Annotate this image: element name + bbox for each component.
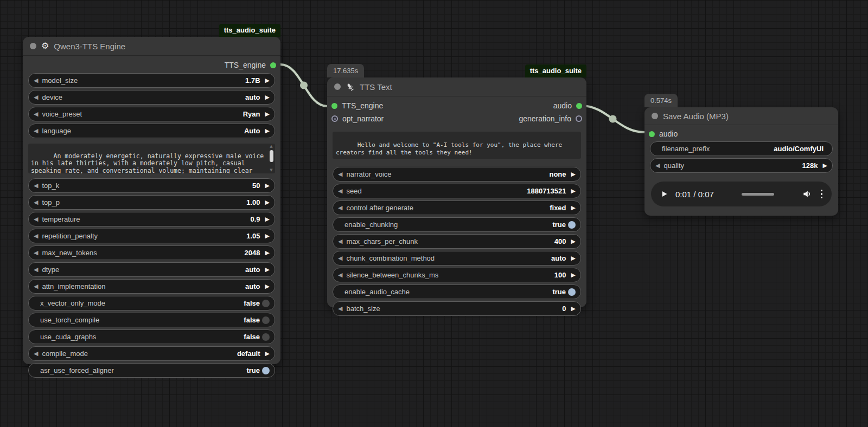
decrement-arrow-icon[interactable]: ◀ [34, 199, 38, 205]
decrement-arrow-icon[interactable]: ◀ [34, 250, 38, 256]
textarea-scrollbar[interactable]: ▲ ▼ [268, 144, 275, 173]
widget-compile-mode[interactable]: ◀compile_modedefault▶ [28, 346, 275, 361]
collapse-dot[interactable] [30, 43, 36, 49]
widget-max-chars-per-chunk[interactable]: ◀max_chars_per_chunk400▶ [333, 234, 581, 249]
toggle-knob-icon[interactable] [262, 367, 270, 374]
increment-arrow-icon[interactable]: ▶ [571, 272, 576, 278]
more-options-icon[interactable] [821, 190, 823, 199]
node-header[interactable]: TTS Text [327, 77, 586, 96]
decrement-arrow-icon[interactable]: ◀ [338, 255, 342, 261]
widget-top-k[interactable]: ◀top_k50▶ [28, 178, 275, 193]
widget-chunk-combination-method[interactable]: ◀chunk_combination_methodauto▶ [333, 251, 581, 266]
decrement-arrow-icon[interactable]: ◀ [338, 171, 342, 177]
audio-player[interactable]: 0:01 / 0:07 [651, 182, 832, 206]
widget-repetition-penalty[interactable]: ◀repetition_penalty1.05▶ [28, 229, 275, 243]
node-header[interactable]: Save Audio (MP3) [644, 107, 838, 125]
widget-use-cuda-graphs[interactable]: use_cuda_graphsfalse [28, 329, 275, 344]
node-qwen3-tts-engine[interactable]: tts_audio_suite ⚙ Qwen3-TTS Engine TTS_e… [23, 37, 280, 364]
widget-attn-implementation[interactable]: ◀attn_implementationauto▶ [28, 279, 275, 294]
widget-control-after-generate[interactable]: ◀control after generatefixed▶ [333, 200, 581, 215]
link-midpoint-dot[interactable] [609, 115, 617, 123]
increment-arrow-icon[interactable]: ▶ [571, 188, 576, 194]
widget-seed[interactable]: ◀seed1880713521▶ [333, 184, 581, 198]
decrement-arrow-icon[interactable]: ◀ [34, 351, 38, 357]
decrement-arrow-icon[interactable]: ◀ [34, 216, 38, 222]
scroll-down-icon[interactable]: ▼ [270, 168, 272, 173]
increment-arrow-icon[interactable]: ▶ [265, 216, 270, 222]
increment-arrow-icon[interactable]: ▶ [571, 171, 576, 177]
widget-enable-chunking[interactable]: enable_chunkingtrue [333, 217, 581, 232]
decrement-arrow-icon[interactable]: ◀ [34, 183, 38, 189]
increment-arrow-icon[interactable]: ▶ [265, 77, 270, 83]
decrement-arrow-icon[interactable]: ◀ [338, 205, 342, 211]
decrement-arrow-icon[interactable]: ◀ [655, 163, 660, 169]
widget-filename-prefix[interactable]: filename_prefixaudio/ComfyUI [650, 141, 833, 156]
increment-arrow-icon[interactable]: ▶ [571, 238, 576, 244]
widget-dtype[interactable]: ◀dtypeauto▶ [28, 262, 275, 277]
decrement-arrow-icon[interactable]: ◀ [338, 188, 342, 194]
widget-enable-audio-cache[interactable]: enable_audio_cachetrue [333, 284, 581, 299]
output-port-tts-engine[interactable] [270, 62, 276, 68]
increment-arrow-icon[interactable]: ▶ [265, 94, 270, 100]
input-port-opt-narrator[interactable] [331, 115, 338, 122]
decrement-arrow-icon[interactable]: ◀ [34, 283, 38, 289]
decrement-arrow-icon[interactable]: ◀ [34, 94, 38, 100]
node-tts-text[interactable]: 17.635s tts_audio_suite TTS Text TTS_eng… [327, 77, 586, 307]
increment-arrow-icon[interactable]: ▶ [571, 306, 576, 312]
input-port-audio[interactable] [649, 131, 655, 137]
toggle-knob-icon[interactable] [568, 288, 576, 296]
node-save-audio-mp3[interactable]: 0.574s Save Audio (MP3) audio filename_p… [644, 107, 838, 216]
widget-language[interactable]: ◀languageAuto▶ [28, 124, 275, 138]
widget-device[interactable]: ◀deviceauto▶ [28, 90, 275, 105]
output-port-audio[interactable] [576, 103, 582, 109]
seek-bar[interactable] [742, 193, 774, 196]
decrement-arrow-icon[interactable]: ◀ [34, 111, 38, 117]
output-port-generation-info[interactable] [576, 115, 582, 122]
wire-qwen-to-ttstext[interactable] [280, 64, 327, 106]
decrement-arrow-icon[interactable]: ◀ [338, 272, 342, 278]
increment-arrow-icon[interactable]: ▶ [265, 183, 270, 189]
link-midpoint-dot[interactable] [300, 82, 308, 89]
collapse-dot[interactable] [652, 113, 658, 119]
increment-arrow-icon[interactable]: ▶ [571, 205, 576, 211]
decrement-arrow-icon[interactable]: ◀ [34, 128, 38, 134]
increment-arrow-icon[interactable]: ▶ [265, 267, 270, 273]
node-header[interactable]: ⚙ Qwen3-TTS Engine [23, 37, 280, 56]
decrement-arrow-icon[interactable]: ◀ [338, 238, 342, 244]
increment-arrow-icon[interactable]: ▶ [265, 351, 270, 357]
increment-arrow-icon[interactable]: ▶ [265, 199, 270, 205]
increment-arrow-icon[interactable]: ▶ [265, 111, 270, 117]
widget-top-p[interactable]: ◀top_p1.00▶ [28, 195, 275, 210]
decrement-arrow-icon[interactable]: ◀ [34, 77, 38, 83]
widget-use-torch-compile[interactable]: use_torch_compilefalse [28, 313, 275, 327]
widget-x-vector-only-mode[interactable]: x_vector_only_modefalse [28, 296, 275, 310]
toggle-knob-icon[interactable] [262, 316, 270, 324]
wire-ttstext-to-saveaudio[interactable] [581, 106, 644, 132]
toggle-knob-icon[interactable] [262, 300, 270, 307]
node-graph-canvas[interactable]: tts_audio_suite ⚙ Qwen3-TTS Engine TTS_e… [0, 0, 868, 427]
voice-description-textarea[interactable]: An moderately energetic, naturally expre… [28, 144, 275, 173]
widget-batch-size[interactable]: ◀batch_size0▶ [333, 301, 581, 316]
widget-temperature[interactable]: ◀temperature0.9▶ [28, 212, 275, 227]
toggle-knob-icon[interactable] [262, 333, 270, 341]
decrement-arrow-icon[interactable]: ◀ [34, 267, 38, 273]
increment-arrow-icon[interactable]: ▶ [265, 233, 270, 239]
widget-asr-use-forced-aligner[interactable]: asr_use_forced_alignertrue [28, 363, 275, 378]
widget-max-new-tokens[interactable]: ◀max_new_tokens2048▶ [28, 245, 275, 260]
collapse-dot[interactable] [334, 83, 341, 90]
increment-arrow-icon[interactable]: ▶ [265, 283, 270, 289]
volume-icon[interactable] [802, 189, 813, 199]
widget-model-size[interactable]: ◀model_size1.7B▶ [28, 73, 275, 88]
widget-silence-between-chunks-ms[interactable]: ◀silence_between_chunks_ms100▶ [333, 268, 581, 282]
decrement-arrow-icon[interactable]: ◀ [338, 306, 342, 312]
increment-arrow-icon[interactable]: ▶ [823, 163, 827, 169]
toggle-knob-icon[interactable] [568, 221, 576, 229]
increment-arrow-icon[interactable]: ▶ [265, 128, 270, 134]
widget-voice-preset[interactable]: ◀voice_presetRyan▶ [28, 107, 275, 121]
increment-arrow-icon[interactable]: ▶ [571, 255, 576, 261]
decrement-arrow-icon[interactable]: ◀ [34, 233, 38, 239]
widget-narrator-voice[interactable]: ◀narrator_voicenone▶ [333, 167, 581, 182]
input-port-tts-engine[interactable] [331, 103, 337, 109]
tts-text-textarea[interactable]: Hello and welcome to "A-I tools for you"… [333, 132, 581, 159]
scrollbar-thumb[interactable] [270, 150, 273, 162]
